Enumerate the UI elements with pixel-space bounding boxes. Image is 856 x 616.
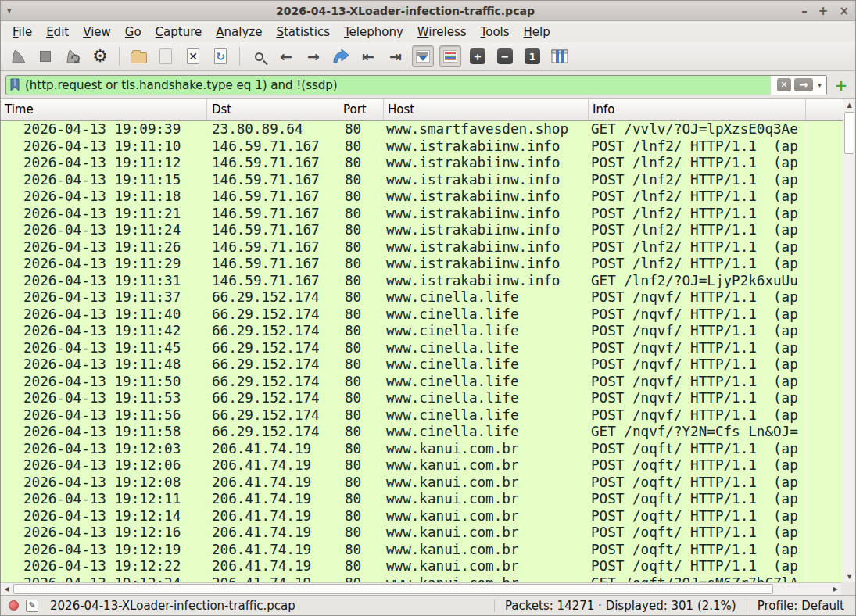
go-forward-button[interactable]: → (303, 45, 324, 67)
resize-columns-button[interactable] (549, 45, 571, 67)
vertical-scroll-track[interactable] (843, 111, 855, 571)
cell-filler (806, 155, 843, 172)
auto-scroll-toggle[interactable] (412, 45, 434, 67)
packet-row[interactable]: 2026-04-13 19:12:03206.41.74.1980www.kan… (1, 441, 843, 458)
vertical-scrollbar[interactable]: ▲ ▼ (843, 99, 855, 582)
scroll-up-icon[interactable]: ▲ (843, 99, 855, 111)
menu-capture[interactable]: Capture (149, 23, 210, 41)
menu-wireless[interactable]: Wireless (410, 23, 474, 41)
packet-row[interactable]: 2026-04-13 19:12:22206.41.74.1980www.kan… (1, 558, 843, 575)
packet-row[interactable]: 2026-04-13 19:11:5066.29.152.17480www.ci… (1, 374, 843, 391)
last-packet-button[interactable]: ⇥ (385, 45, 407, 67)
restart-capture-button[interactable] (62, 45, 84, 67)
filter-input[interactable] (23, 76, 771, 95)
cell-dst: 66.29.152.174 (207, 340, 338, 357)
packet-row[interactable]: 2026-04-13 19:12:16206.41.74.1980www.kan… (1, 525, 843, 542)
minimize-button[interactable]: – (801, 4, 808, 18)
start-capture-button[interactable] (7, 45, 29, 67)
packet-row[interactable]: 2026-04-13 19:12:24206.41.74.1980www.kan… (1, 575, 843, 583)
menu-statistics[interactable]: Statistics (269, 23, 337, 41)
packet-row[interactable]: 2026-04-13 19:11:24146.59.71.16780www.is… (1, 222, 843, 239)
zoom-out-button[interactable]: − (494, 45, 516, 67)
packet-row[interactable]: 2026-04-13 19:11:4866.29.152.17480www.ci… (1, 356, 843, 374)
menu-help[interactable]: Help (517, 23, 557, 41)
packet-row[interactable]: 2026-04-13 19:11:18146.59.71.16780www.is… (1, 188, 843, 206)
normal-size-button[interactable]: 1 (521, 45, 543, 67)
packet-row[interactable]: 2026-04-13 19:12:08206.41.74.1980www.kan… (1, 475, 843, 492)
stop-capture-button[interactable] (34, 45, 56, 67)
zoom-in-button[interactable]: + (467, 45, 489, 67)
packet-row[interactable]: 2026-04-13 19:11:5866.29.152.17480www.ci… (1, 424, 843, 441)
cell-info: POST /nqvf/ HTTP/1.1 (ap (589, 356, 806, 374)
menu-edit[interactable]: Edit (39, 23, 76, 41)
packet-row[interactable]: 2026-04-13 19:12:19206.41.74.1980www.kan… (1, 542, 843, 559)
packet-row[interactable]: 2026-04-13 19:11:4266.29.152.17480www.ci… (1, 323, 843, 340)
scroll-right-icon[interactable]: ▶ (829, 586, 841, 593)
filter-clear-button[interactable]: ✕ (777, 78, 791, 91)
filter-dropdown-icon[interactable]: ▾ (816, 81, 822, 89)
capture-comment-icon[interactable]: ✎ (26, 600, 38, 612)
cell-host: www.istrakabiinw.info (384, 138, 589, 156)
cell-info: POST /lnf2/ HTTP/1.1 (ap (589, 206, 806, 223)
column-header-dst[interactable]: Dst (207, 99, 338, 120)
horizontal-scroll-thumb[interactable] (13, 584, 773, 594)
packet-row[interactable]: 2026-04-13 19:11:5366.29.152.17480www.ci… (1, 390, 843, 407)
packet-row[interactable]: 2026-04-13 19:11:3766.29.152.17480www.ci… (1, 289, 843, 306)
menu-telephony[interactable]: Telephony (337, 23, 410, 41)
profile-indicator[interactable]: Profile: Default (754, 599, 847, 613)
menu-file[interactable]: File (5, 23, 39, 41)
colorize-toggle[interactable] (439, 45, 461, 67)
filter-apply-button[interactable]: → (794, 78, 813, 91)
cell-time: 2026-04-13 19:12:19 (1, 542, 207, 559)
go-back-button[interactable]: ← (275, 45, 297, 67)
packet-row[interactable]: 2026-04-13 19:11:31146.59.71.16780www.is… (1, 273, 843, 290)
cell-info: POST /oqft/ HTTP/1.1 (ap (589, 542, 806, 559)
packet-row[interactable]: 2026-04-13 19:11:26146.59.71.16780www.is… (1, 239, 843, 256)
packet-row[interactable]: 2026-04-13 19:11:10146.59.71.16780www.is… (1, 138, 843, 156)
packet-row[interactable]: 2026-04-13 19:11:12146.59.71.16780www.is… (1, 155, 843, 172)
menu-tools[interactable]: Tools (474, 23, 517, 41)
scroll-left-icon[interactable]: ◀ (1, 586, 13, 593)
filter-bookmark-icon[interactable] (6, 76, 23, 95)
find-packet-button[interactable] (248, 45, 270, 67)
maximize-button[interactable]: + (818, 4, 829, 18)
packet-row[interactable]: 2026-04-13 19:11:21146.59.71.16780www.is… (1, 206, 843, 223)
menu-view[interactable]: View (76, 23, 118, 41)
expert-info-icon[interactable] (9, 600, 19, 611)
close-file-button[interactable]: ✕ (182, 45, 204, 67)
packet-row[interactable]: 2026-04-13 19:11:15146.59.71.16780www.is… (1, 172, 843, 189)
menu-analyze[interactable]: Analyze (209, 23, 269, 41)
column-header-info[interactable]: Info (589, 99, 806, 120)
packet-row[interactable]: 2026-04-13 19:12:06206.41.74.1980www.kan… (1, 457, 843, 475)
scroll-down-icon[interactable]: ▼ (843, 571, 855, 582)
horizontal-scrollbar[interactable]: ◀ ▶ (1, 582, 841, 595)
go-to-packet-button[interactable] (330, 45, 352, 67)
packet-row[interactable]: 2026-04-13 19:11:4566.29.152.17480www.ci… (1, 340, 843, 357)
first-packet-button[interactable]: ⇤ (357, 45, 379, 67)
column-header-port[interactable]: Port (338, 99, 384, 120)
horizontal-scroll-track[interactable] (13, 583, 829, 595)
packet-row[interactable]: 2026-04-13 19:11:5666.29.152.17480www.ci… (1, 407, 843, 424)
cell-port: 80 (338, 491, 384, 508)
vertical-scroll-thumb[interactable] (844, 112, 854, 154)
packet-row[interactable]: 2026-04-13 19:12:11206.41.74.1980www.kan… (1, 491, 843, 508)
cell-dst: 206.41.74.19 (207, 525, 338, 542)
cell-info: POST /lnf2/ HTTP/1.1 (ap (589, 239, 806, 256)
reload-file-button[interactable]: ↻ (210, 45, 231, 67)
packet-row[interactable]: 2026-04-13 19:12:14206.41.74.1980www.kan… (1, 508, 843, 525)
packet-row[interactable]: 2026-04-13 19:09:3923.80.89.6480www.smar… (1, 121, 843, 138)
packet-row[interactable]: 2026-04-13 19:11:4066.29.152.17480www.ci… (1, 306, 843, 324)
packet-row[interactable]: 2026-04-13 19:11:29146.59.71.16780www.is… (1, 256, 843, 273)
capture-options-button[interactable]: ⚙ (89, 45, 111, 67)
cell-port: 80 (338, 424, 384, 441)
open-file-button[interactable] (127, 45, 149, 67)
save-file-button[interactable] (155, 45, 177, 67)
cell-info: GET /oqft/?OJ=sM6Zr7bCZlA (589, 575, 806, 583)
close-button[interactable]: × (839, 4, 849, 18)
column-header-host[interactable]: Host (384, 99, 589, 120)
column-header-time[interactable]: Time (1, 99, 207, 120)
window-menu-icon[interactable]: ▾ (7, 5, 23, 16)
filter-add-button[interactable]: + (832, 76, 851, 95)
menu-go[interactable]: Go (118, 23, 149, 41)
cell-port: 80 (338, 155, 384, 172)
